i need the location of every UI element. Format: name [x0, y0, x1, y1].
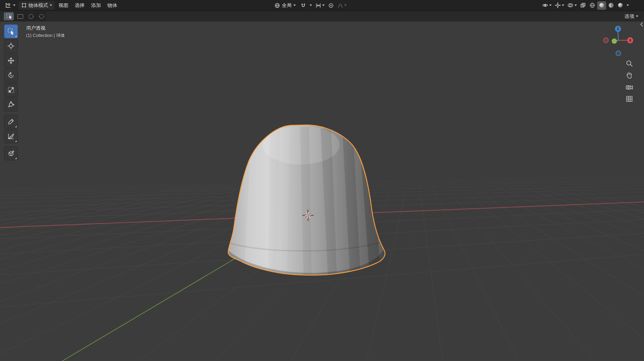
- header-right: [541, 0, 630, 11]
- transform-orientation-dropdown[interactable]: 全局: [272, 1, 298, 10]
- select-mode-tweak[interactable]: [4, 12, 14, 20]
- submenu-corner: [15, 140, 17, 142]
- pan-button[interactable]: [624, 70, 634, 80]
- gizmo-axis-z-negative[interactable]: [616, 51, 621, 56]
- gizmo-icon: [554, 2, 561, 9]
- chevron-down-icon: [13, 4, 15, 6]
- xray-icon: [580, 2, 586, 9]
- visibility-dropdown[interactable]: [541, 1, 553, 10]
- tool-settings-right: 选项: [622, 12, 641, 20]
- snap-settings-dropdown[interactable]: [308, 1, 313, 10]
- scene-canvas: [0, 11, 644, 361]
- submenu-corner: [15, 158, 17, 159]
- proportional-editing-icon: [328, 2, 334, 9]
- mode-label: 物体模式: [28, 2, 48, 9]
- chevron-down-icon: [293, 4, 296, 6]
- submenu-corner: [15, 126, 17, 127]
- menu-object[interactable]: 物体: [104, 1, 120, 10]
- chevron-down-icon: [322, 4, 325, 6]
- options-label: 选项: [624, 13, 634, 20]
- select-box-icon: [7, 28, 15, 35]
- proportional-falloff-dropdown[interactable]: [336, 1, 348, 10]
- chevron-down-icon: [344, 4, 347, 6]
- blender-window: 物体模式 视图 选择 添加 物体 全局: [0, 0, 644, 361]
- tool-annotate[interactable]: [4, 115, 18, 129]
- gizmo-axis-x-negative[interactable]: [604, 38, 609, 43]
- increment-snap-icon: [315, 2, 321, 9]
- ortho-toggle-button[interactable]: [624, 94, 634, 104]
- camera-view-button[interactable]: [624, 82, 634, 92]
- chevron-down-icon: [50, 4, 52, 6]
- tool-cursor[interactable]: [4, 39, 18, 53]
- magnifier-icon: [625, 59, 634, 68]
- tool-settings-bar: 选项: [0, 11, 644, 22]
- eye-icon: [542, 2, 548, 9]
- snap-toggle-button[interactable]: [299, 1, 308, 10]
- header-menus: 视图 选择 添加 物体: [55, 1, 120, 10]
- solid-sphere-icon: [598, 2, 605, 9]
- shading-solid-button[interactable]: [597, 1, 606, 10]
- select-mode-box[interactable]: [14, 12, 24, 20]
- tweak-select-icon: [6, 13, 13, 20]
- xray-toggle-button[interactable]: [579, 1, 587, 10]
- menu-view[interactable]: 视图: [55, 1, 72, 10]
- rotate-tool-icon: [7, 72, 15, 79]
- scale-tool-icon: [7, 86, 15, 94]
- sidebar-collapse-arrow[interactable]: [637, 21, 643, 28]
- zoom-button[interactable]: [624, 59, 634, 68]
- tool-rotate[interactable]: [4, 68, 18, 82]
- cloth-object[interactable]: [227, 125, 386, 276]
- hand-icon: [625, 71, 634, 80]
- chevron-down-icon: [636, 15, 638, 17]
- tool-transform[interactable]: [4, 98, 18, 112]
- magnet-icon: [300, 2, 306, 9]
- tool-add-cube[interactable]: [4, 147, 18, 160]
- gizmo-z-label: Z: [617, 27, 619, 31]
- editor-type-icon: [5, 2, 11, 9]
- chevron-down-icon: [310, 4, 312, 6]
- box-select-icon: [17, 13, 24, 20]
- measure-protractor-icon: [7, 133, 15, 140]
- options-dropdown[interactable]: 选项: [622, 12, 641, 20]
- snap-increment-button[interactable]: [314, 1, 326, 10]
- material-sphere-icon: [608, 2, 614, 9]
- cursor-tool-icon: [7, 42, 15, 50]
- menu-select[interactable]: 选择: [72, 1, 88, 10]
- show-gizmo-dropdown[interactable]: [553, 1, 565, 10]
- viewport-header: 物体模式 视图 选择 添加 物体 全局: [0, 0, 644, 11]
- select-mode-lasso[interactable]: [35, 12, 46, 20]
- mode-dropdown[interactable]: 物体模式: [19, 1, 55, 10]
- tool-shelf: [4, 24, 18, 160]
- shading-material-button[interactable]: [607, 1, 616, 10]
- annotate-pen-icon: [7, 118, 15, 125]
- object-mode-icon: [21, 2, 27, 8]
- tool-move[interactable]: [4, 54, 18, 68]
- shading-dropdown[interactable]: [625, 1, 630, 10]
- tool-select-box[interactable]: [4, 24, 18, 38]
- viewport-3d[interactable]: 用户透视 (1) Collection | 球体: [0, 11, 644, 361]
- shading-wireframe-button[interactable]: [588, 1, 597, 10]
- chevron-down-icon: [549, 4, 552, 6]
- overlays-dropdown[interactable]: [566, 1, 578, 10]
- header-center: 全局: [272, 0, 348, 11]
- wireframe-sphere-icon: [589, 2, 596, 9]
- gizmo-axis-y-positive[interactable]: [612, 39, 617, 44]
- menu-add[interactable]: 添加: [88, 1, 104, 10]
- viewport-nav-buttons: [624, 59, 634, 104]
- header-left: 物体模式 视图 选择 添加 物体: [0, 1, 120, 10]
- editor-type-button[interactable]: [2, 1, 18, 10]
- rendered-sphere-icon: [617, 2, 624, 9]
- falloff-curve-icon: [337, 2, 343, 9]
- tool-scale[interactable]: [4, 83, 18, 97]
- add-cube-icon: [7, 150, 15, 157]
- transform-tool-icon: [7, 101, 15, 108]
- proportional-editing-button[interactable]: [327, 1, 335, 10]
- navigation-gizmo[interactable]: Z X: [603, 25, 636, 56]
- select-mode-circle[interactable]: [25, 12, 35, 20]
- gizmo-x-label: X: [629, 38, 631, 42]
- tool-measure[interactable]: [4, 129, 18, 143]
- lasso-select-icon: [38, 13, 45, 20]
- shading-rendered-button[interactable]: [616, 1, 625, 10]
- select-mode-group: [3, 12, 46, 21]
- camera-icon: [625, 83, 634, 92]
